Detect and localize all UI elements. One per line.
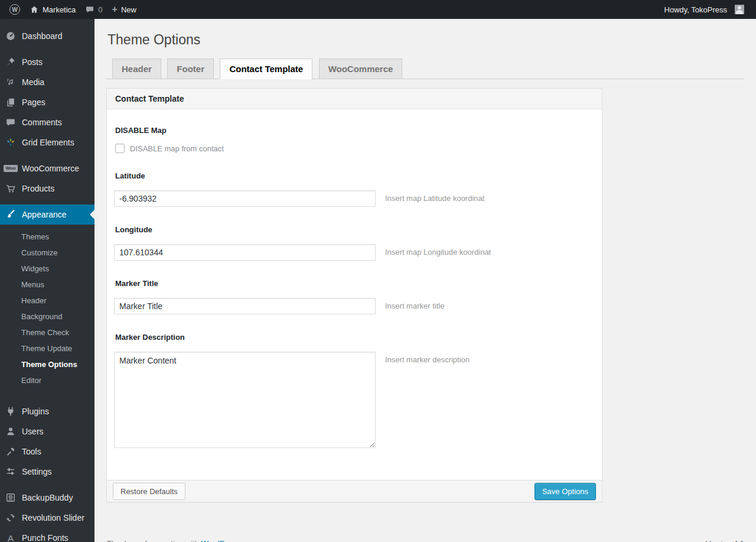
sidebar-item-appearance[interactable]: Appearance xyxy=(0,205,94,225)
thanks-text: Thank you for creating with WordPress. xyxy=(106,539,241,542)
sidebar-item-label: BackupBuddy xyxy=(22,493,73,502)
latitude-row: Insert map Latitude koordinat xyxy=(114,190,595,207)
submenu-item-header[interactable]: Header xyxy=(0,293,94,309)
version-text: Version 4.1 xyxy=(706,539,744,542)
latitude-input[interactable] xyxy=(114,190,376,207)
sidebar-item-label: Plugins xyxy=(22,407,49,416)
panel-body: DISABLE Map DISABLE map from contact Lat… xyxy=(107,109,602,480)
avatar xyxy=(735,5,744,14)
wordpress-menu[interactable]: W xyxy=(5,0,25,19)
marker-description-textarea[interactable]: Marker Content xyxy=(114,352,376,448)
save-options-button[interactable]: Save Options xyxy=(535,483,596,500)
longitude-label: Longitude xyxy=(115,225,595,234)
panel-footer: Restore Defaults Save Options xyxy=(107,480,602,502)
sidebar-item-products[interactable]: Products xyxy=(0,178,94,199)
sidebar-item-label: Comments xyxy=(22,118,62,127)
contact-template-panel: Contact Template DISABLE Map DISABLE map… xyxy=(106,88,602,502)
pages-icon xyxy=(5,96,17,108)
disable-map-label: DISABLE Map xyxy=(115,126,595,135)
menu-group-content: Posts Media Pages Comments Grid Elements xyxy=(0,52,94,152)
longitude-input[interactable] xyxy=(114,244,376,261)
admin-bar-right: Howdy, TokoPress xyxy=(660,0,749,19)
marker-title-row: Insert marker title xyxy=(114,298,595,314)
comments-shortcut[interactable]: 0 xyxy=(80,0,107,19)
submenu-item-editor[interactable]: Editor xyxy=(0,372,94,388)
letter-a-icon: A xyxy=(5,532,17,542)
site-link[interactable]: Marketica xyxy=(25,0,80,19)
menu-group-admin: Plugins Users Tools Settings xyxy=(0,401,94,482)
sidebar-item-settings[interactable]: Settings xyxy=(0,462,94,482)
submenu-item-customize[interactable]: Customize xyxy=(0,245,94,261)
menu-group-plugins-extra: BackupBuddy Revolution Slider A Punch Fo… xyxy=(0,488,94,542)
submenu-item-background[interactable]: Background xyxy=(0,309,94,324)
user-icon xyxy=(5,426,17,437)
plug-icon xyxy=(5,405,17,417)
backup-disk-icon xyxy=(5,492,17,504)
sidebar-item-label: Appearance xyxy=(22,210,67,219)
longitude-row: Insert map Longitude koordinat xyxy=(114,244,595,261)
sidebar-item-plugins[interactable]: Plugins xyxy=(0,401,94,421)
sidebar-item-label: Products xyxy=(22,184,54,193)
sidebar-item-label: Pages xyxy=(22,98,45,107)
marker-description-hint: Insert marker description xyxy=(385,352,470,364)
howdy-text: Howdy, TokoPress xyxy=(664,5,727,14)
admin-bar-left: W Marketica 0 + New xyxy=(5,0,141,19)
admin-bar: W Marketica 0 + New Howdy, TokoPress xyxy=(0,0,756,19)
sidebar-item-label: Users xyxy=(22,427,44,436)
sidebar-item-backupbuddy[interactable]: BackupBuddy xyxy=(0,488,94,508)
sidebar-item-grid-elements[interactable]: Grid Elements xyxy=(0,132,94,152)
comment-bubble-icon xyxy=(5,116,17,128)
submenu-item-theme-check[interactable]: Theme Check xyxy=(0,324,94,340)
new-label: New xyxy=(121,5,136,14)
sidebar-item-label: Revolution Slider xyxy=(22,513,84,522)
sliders-icon xyxy=(5,466,17,478)
tab-woocommerce[interactable]: WooCommerce xyxy=(319,59,403,79)
submenu-item-menus[interactable]: Menus xyxy=(0,277,94,293)
sidebar-item-users[interactable]: Users xyxy=(0,421,94,442)
submenu-item-theme-update[interactable]: Theme Update xyxy=(0,340,94,356)
latitude-label: Latitude xyxy=(115,171,595,180)
sidebar-item-tools[interactable]: Tools xyxy=(0,442,94,462)
home-icon xyxy=(30,5,39,14)
wordpress-logo-icon: W xyxy=(9,4,20,15)
sidebar-item-woocommerce[interactable]: Woo WooCommerce xyxy=(0,158,94,178)
sidebar-item-media[interactable]: Media xyxy=(0,72,94,92)
menu-group-appearance: Appearance Themes Customize Widgets Menu… xyxy=(0,205,94,395)
sidebar-item-punch-fonts[interactable]: A Punch Fonts xyxy=(0,528,94,542)
new-content-button[interactable]: + New xyxy=(107,0,141,19)
sidebar-item-comments[interactable]: Comments xyxy=(0,112,94,132)
brush-icon xyxy=(5,209,17,220)
site-name: Marketica xyxy=(43,5,76,14)
panel-title: Contact Template xyxy=(107,89,602,109)
restore-defaults-button[interactable]: Restore Defaults xyxy=(113,483,185,500)
disable-map-checkbox[interactable] xyxy=(115,144,125,153)
sidebar-item-label: Tools xyxy=(22,447,41,456)
submenu-item-theme-options[interactable]: Theme Options xyxy=(0,356,94,372)
submenu-item-themes[interactable]: Themes xyxy=(0,229,94,245)
tab-contact-template[interactable]: Contact Template xyxy=(220,59,312,79)
sidebar-item-dashboard[interactable]: Dashboard xyxy=(0,26,94,46)
longitude-hint: Insert map Longitude koordinat xyxy=(385,244,491,257)
sidebar-item-revolution-slider[interactable]: Revolution Slider xyxy=(0,508,94,528)
tab-bar: Header Footer Contact Template WooCommer… xyxy=(106,59,744,79)
wordpress-link[interactable]: WordPress xyxy=(201,539,239,542)
marker-title-hint: Insert marker title xyxy=(385,298,444,310)
sidebar-item-label: Posts xyxy=(22,57,43,67)
disable-map-checkbox-label: DISABLE map from contact xyxy=(130,144,224,153)
sidebar-item-posts[interactable]: Posts xyxy=(0,52,94,72)
main-content: Theme Options Header Footer Contact Temp… xyxy=(94,19,756,542)
sidebar-item-pages[interactable]: Pages xyxy=(0,92,94,112)
sidebar-item-label: Grid Elements xyxy=(22,138,74,147)
pushpin-icon xyxy=(5,56,17,68)
latitude-hint: Insert map Latitude koordinat xyxy=(385,190,484,203)
account-menu[interactable]: Howdy, TokoPress xyxy=(660,0,749,19)
wrench-icon xyxy=(5,446,17,457)
page-title: Theme Options xyxy=(107,31,744,48)
tab-header[interactable]: Header xyxy=(112,59,161,79)
comment-count: 0 xyxy=(98,5,102,14)
tab-footer[interactable]: Footer xyxy=(167,59,214,79)
marker-title-label: Marker Title xyxy=(115,279,595,288)
submenu-item-widgets[interactable]: Widgets xyxy=(0,261,94,277)
cart-icon xyxy=(5,183,17,194)
marker-title-input[interactable] xyxy=(114,298,376,314)
